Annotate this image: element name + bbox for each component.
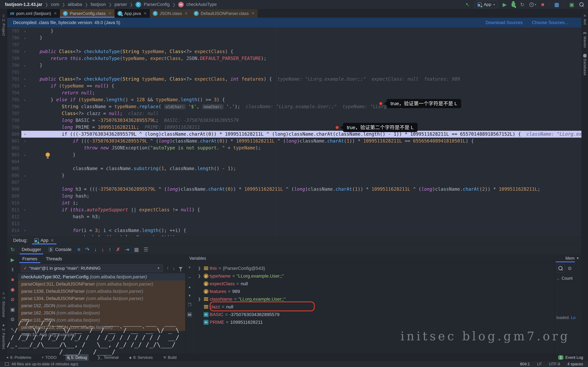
- intention-bulb-icon[interactable]: [46, 152, 50, 157]
- search-everywhere-icon[interactable]: [579, 2, 584, 7]
- code-line[interactable]: 813: [7, 220, 581, 227]
- editor-tab[interactable]: CParserConfig.class✕: [60, 9, 114, 18]
- variable-row[interactable]: 01PRIME=1099511628211: [194, 318, 554, 326]
- fold-marker[interactable]: ▴: [21, 151, 28, 158]
- debug-session-tab[interactable]: App ✕: [32, 236, 56, 244]
- editor-tab[interactable]: CApp.java✕: [114, 9, 150, 18]
- code-line[interactable]: 812 hash = h3;: [7, 213, 581, 220]
- window-icon[interactable]: [5, 362, 9, 366]
- move-up-button[interactable]: ▲: [188, 285, 191, 289]
- fold-marker[interactable]: ▾: [21, 138, 28, 144]
- tab-console[interactable]: ❯Console: [45, 245, 75, 254]
- variable-row[interactable]: ❯this={ParserConfig@543}: [194, 264, 554, 272]
- code-line[interactable]: 802 throw new JSONException("autoType is…: [7, 144, 581, 151]
- stack-frame-row[interactable]: parse:1338, DefaultJSONParser (com.aliba…: [18, 288, 185, 295]
- close-icon[interactable]: ✕: [185, 11, 188, 16]
- debug-button[interactable]: [511, 2, 515, 7]
- stop-process-button[interactable]: ■: [11, 277, 14, 282]
- tab-memory[interactable]: Mem ▼: [555, 255, 581, 262]
- fold-marker[interactable]: ▾: [21, 131, 28, 138]
- close-icon[interactable]: ✕: [108, 11, 112, 16]
- hide-library-frames-filter[interactable]: [179, 267, 183, 269]
- step-into-button[interactable]: ↓: [94, 247, 97, 253]
- breadcrumb-item[interactable]: checkAutoType: [186, 2, 217, 7]
- watch-return-values-toggle[interactable]: ∞: [187, 312, 192, 317]
- variable-row[interactable]: ❯className="LLorg.example.User;;": [194, 295, 554, 303]
- code-line[interactable]: 787: [7, 41, 581, 48]
- code-line[interactable]: 792▾ public Class<?> checkAutoType(Strin…: [7, 76, 581, 83]
- expand-chevron-icon[interactable]: ❯: [196, 297, 202, 301]
- close-icon[interactable]: ✕: [251, 11, 255, 16]
- thread-dump-button[interactable]: ▣: [10, 307, 15, 312]
- duplicate-watch-button[interactable]: ❐: [188, 302, 191, 307]
- code-line[interactable]: 789 return this.checkAutoType(typeName, …: [7, 55, 581, 62]
- run-to-cursor-button[interactable]: ⇥: [125, 246, 129, 253]
- stack-frame-row[interactable]: checkAutoType:902, ParserConfig (com.ali…: [18, 273, 185, 281]
- settings-layout-icon[interactable]: ☰: [144, 246, 148, 253]
- fold-marker[interactable]: ▾: [21, 83, 28, 90]
- sidebar-item-database[interactable]: Database: [583, 54, 587, 75]
- drop-frame-button[interactable]: ✗: [116, 246, 120, 253]
- variable-row[interactable]: ❯ptypeName="LLorg.example.User;;": [194, 272, 554, 280]
- run-button[interactable]: ▶: [503, 1, 507, 8]
- step-over-button[interactable]: ↷: [85, 246, 90, 253]
- code-line[interactable]: 788▾ public Class<?> checkAutoType(Strin…: [7, 48, 581, 55]
- sidebar-item-ant[interactable]: ✳Ant: [583, 14, 587, 25]
- code-line[interactable]: 785▴ }: [7, 27, 581, 34]
- memory-search-button[interactable]: [556, 264, 565, 273]
- move-down-button[interactable]: ▼: [188, 294, 191, 298]
- view-breakpoints-button[interactable]: ◉: [10, 287, 15, 292]
- remove-watch-button[interactable]: −: [188, 275, 191, 280]
- tab-debugger[interactable]: Debugger: [18, 245, 45, 254]
- pin-tab-button[interactable]: ➴: [10, 326, 15, 332]
- run-config-select[interactable]: App ▾: [475, 1, 498, 8]
- code-line[interactable]: 815 hash ^= (long)className.charAt(i);: [7, 234, 581, 236]
- close-icon[interactable]: ✕: [54, 11, 57, 16]
- fold-marker[interactable]: ▴: [21, 27, 28, 34]
- code-line[interactable]: 814▾ for(i = 3; i < className.length(); …: [7, 227, 581, 234]
- memory-settings-button[interactable]: ⚙: [568, 266, 572, 271]
- profiler-button[interactable]: ▾: [529, 2, 536, 7]
- resume-button[interactable]: ▶: [11, 257, 14, 263]
- indent-setting[interactable]: 4 spaces: [567, 362, 583, 366]
- breadcrumb-item[interactable]: alibaba: [68, 2, 82, 7]
- add-watch-button[interactable]: +: [188, 265, 191, 270]
- sidebar-item-structure[interactable]: ≡ 7: Structure: [1, 292, 6, 317]
- sidebar-item-favorites[interactable]: ★ 2: Favorites: [1, 323, 6, 349]
- code-line[interactable]: 791: [7, 69, 581, 76]
- memory-load-link[interactable]: Lo: [571, 315, 576, 320]
- coverage-button[interactable]: ↻: [520, 1, 525, 8]
- tab-threads[interactable]: Threads: [42, 255, 66, 263]
- code-line[interactable]: 797 Class<?> clazz = null; clazz: null: [7, 110, 581, 117]
- stack-frame-row[interactable]: parseObject:311, DefaultJSONParser (com.…: [18, 281, 185, 288]
- stack-frame-row[interactable]: parse:1304, DefaultJSONParser (com.aliba…: [18, 295, 185, 302]
- code-line[interactable]: 804: [7, 158, 581, 165]
- variable-row[interactable]: 01BASIC=-3750763034362895579: [194, 311, 554, 318]
- choose-sources-link[interactable]: Choose Sources...: [532, 20, 568, 25]
- code-line[interactable]: 809 long hash;: [7, 193, 581, 200]
- next-frame-button[interactable]: ↓: [173, 266, 175, 271]
- breadcrumb-item[interactable]: fastjson-1.2.43.jar: [5, 2, 42, 7]
- rerun-button[interactable]: ↻: [10, 246, 15, 253]
- fold-marker[interactable]: ▾: [21, 206, 28, 213]
- editor-tab[interactable]: CJSON.class✕: [150, 9, 191, 18]
- code-line[interactable]: 793▾ if (typeName == null) {: [7, 83, 581, 90]
- toolwindow-button-terminal[interactable]: ❯_Terminal: [96, 354, 120, 361]
- stack-frame-row[interactable]: parse:131, JSON (com.alibaba.fastjson): [18, 317, 185, 324]
- code-line[interactable]: 806▴ }: [7, 172, 581, 179]
- code-line[interactable]: 803▴ }: [7, 151, 581, 158]
- pause-button[interactable]: ‖: [11, 267, 13, 273]
- breadcrumb-item[interactable]: ParserConfig: [144, 2, 170, 7]
- breadcrumb-item[interactable]: com: [51, 2, 59, 7]
- step-out-button[interactable]: ↑: [109, 247, 111, 253]
- code-line[interactable]: 805 className = className.substring(1, c…: [7, 165, 581, 172]
- toolwindow-button--debug[interactable]: 5: Debug: [65, 354, 89, 361]
- stop-button[interactable]: ■: [541, 1, 544, 8]
- code-line[interactable]: 786▴ }: [7, 34, 581, 41]
- breadcrumb-item[interactable]: parser: [114, 2, 127, 7]
- expand-chevron-icon[interactable]: ❯: [196, 274, 202, 278]
- code-line[interactable]: 811▾ if (this.autoTypeSupport || expectC…: [7, 206, 581, 213]
- debug-settings-button[interactable]: ⚙: [10, 317, 15, 322]
- close-icon[interactable]: ✕: [144, 11, 147, 16]
- mute-breakpoints-button[interactable]: ⊘: [10, 297, 15, 302]
